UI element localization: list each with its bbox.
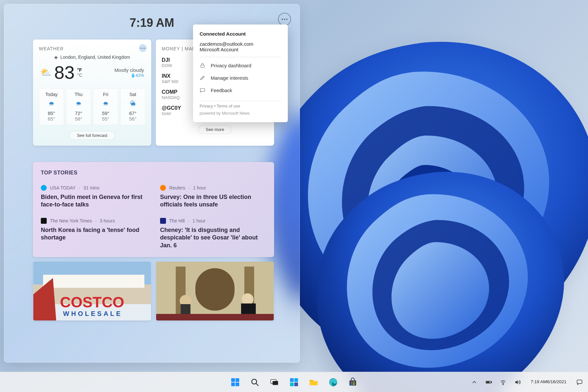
privacy-dashboard-item[interactable]: Privacy dashboard [200, 59, 281, 72]
svg-rect-27 [294, 378, 298, 382]
story-item[interactable]: The New York Times· 3 hours North Korea … [41, 218, 147, 249]
feedback-item[interactable]: Feedback [200, 84, 281, 96]
top-stories-card: TOP STORIES USA TODAY· 31 mins Biden, Pu… [33, 162, 274, 257]
wifi-icon [500, 379, 506, 385]
svg-text:WHOLESALE: WHOLESALE [63, 310, 122, 317]
location-icon: ◈ [54, 55, 58, 60]
store-button[interactable] [345, 374, 361, 390]
store-icon [348, 377, 358, 387]
notifications-icon [576, 379, 583, 385]
search-icon [250, 377, 260, 387]
svg-rect-16 [201, 65, 204, 68]
svg-rect-20 [231, 382, 235, 386]
svg-rect-38 [487, 382, 489, 383]
story-item[interactable]: The Hill· 1 hour Cheney: 'It is disgusti… [160, 218, 266, 249]
svg-rect-18 [231, 378, 235, 382]
chat-icon [200, 87, 205, 93]
widgets-button[interactable] [286, 374, 302, 390]
forecast-row: Today 🌧 85° 65° Thu 🌧 72° [39, 88, 145, 125]
taskbar: 7:19 AM 6/16/2021 [0, 372, 588, 392]
rain-icon: 🌧 [93, 100, 118, 107]
tray-notifications[interactable] [574, 374, 585, 390]
tray-wifi[interactable] [497, 374, 509, 390]
svg-rect-21 [236, 382, 239, 386]
weather-humidity: 💧42% [114, 73, 144, 78]
svg-point-13 [242, 293, 253, 305]
taskbar-center [227, 374, 361, 390]
more-icon [282, 19, 287, 20]
weather-card[interactable]: WEATHER ◈ London, England, United Kingdo… [33, 40, 151, 146]
see-full-forecast-button[interactable]: See full forecast [69, 131, 115, 140]
account-popover: Connected Account zacdemos@outlook.com M… [193, 24, 288, 122]
lock-icon [200, 62, 205, 68]
popover-header: Connected Account [200, 31, 281, 37]
story-item[interactable]: Reuters· 1 hour Survey: One in three US … [160, 185, 266, 209]
svg-rect-35 [353, 383, 355, 384]
svg-rect-32 [351, 382, 352, 383]
widgets-icon [289, 377, 299, 387]
tray-chevron[interactable] [468, 374, 480, 390]
svg-rect-17 [200, 89, 205, 91]
weather-condition: Mostly cloudy [114, 67, 144, 73]
rain-icon: 🌦 [121, 100, 145, 107]
edge-icon [328, 377, 338, 387]
svg-rect-19 [236, 378, 239, 382]
story-item[interactable]: USA TODAY· 31 mins Biden, Putin meet in … [41, 185, 147, 209]
weather-cloud-icon: ⛅ [40, 67, 52, 78]
weather-title: WEATHER [39, 46, 145, 51]
source-icon [160, 218, 166, 224]
svg-rect-8 [195, 268, 235, 311]
widgets-panel: 7:19 AM WEATHER ◈ London, England [4, 4, 300, 363]
pencil-icon [200, 75, 205, 81]
more-icon [140, 48, 145, 49]
edge-button[interactable] [325, 374, 341, 390]
task-view-icon [270, 377, 279, 387]
desktop: 7:19 AM WEATHER ◈ London, England [0, 0, 588, 392]
stories-title: TOP STORIES [41, 170, 266, 176]
tray-volume[interactable] [512, 374, 523, 390]
terms-link[interactable]: Terms of use [217, 104, 240, 108]
task-view-button[interactable] [267, 374, 282, 390]
svg-point-22 [252, 379, 257, 384]
rain-icon: 🌧 [39, 100, 64, 107]
folder-icon [309, 377, 318, 387]
svg-line-23 [256, 383, 259, 386]
svg-marker-40 [515, 380, 518, 384]
manage-interests-item[interactable]: Manage interests [200, 72, 281, 84]
file-explorer-button[interactable] [306, 374, 321, 390]
news-image-card[interactable]: COSTCO WHOLESALE [33, 262, 151, 320]
news-image-card[interactable] [156, 262, 274, 320]
unit-toggle[interactable]: °F °C [77, 67, 82, 78]
source-icon [41, 185, 47, 191]
image-cards-row: COSTCO WHOLESALE [33, 262, 300, 320]
source-icon [41, 218, 47, 224]
tray-clock[interactable]: 7:19 AM 6/16/2021 [526, 374, 571, 390]
powered-by: powered by Microsoft News [200, 111, 281, 116]
forecast-day[interactable]: Thu 🌧 72° 58° [66, 88, 91, 125]
privacy-link[interactable]: Privacy [200, 104, 213, 108]
weather-current: ⛅ 83 °F °C Mostly cl [39, 62, 145, 83]
forecast-day[interactable]: Today 🌧 85° 65° [39, 88, 64, 125]
svg-rect-37 [491, 382, 492, 383]
svg-rect-25 [272, 381, 278, 385]
popover-footer-links: Privacy • Terms of use [200, 104, 281, 108]
account-email: zacdemos@outlook.com [200, 41, 281, 47]
forecast-day[interactable]: Sat 🌦 67° 56° [120, 88, 145, 125]
svg-rect-34 [351, 383, 352, 384]
search-button[interactable] [247, 374, 263, 390]
source-icon [160, 185, 166, 191]
start-button[interactable] [227, 374, 243, 390]
weather-more-button[interactable] [139, 44, 147, 52]
widgets-more-button[interactable] [278, 13, 291, 26]
svg-rect-15 [156, 314, 274, 320]
battery-icon [485, 379, 492, 385]
windows-icon [230, 377, 240, 387]
see-more-button[interactable]: See more [198, 125, 232, 134]
tray-battery[interactable] [483, 374, 495, 390]
volume-icon [514, 379, 521, 385]
forecast-day[interactable]: Fri 🌧 59° 55° [93, 88, 118, 125]
svg-rect-33 [353, 382, 355, 383]
account-type: Microsoft Account [200, 47, 281, 52]
svg-rect-31 [350, 380, 356, 385]
svg-text:COSTCO: COSTCO [60, 294, 124, 311]
